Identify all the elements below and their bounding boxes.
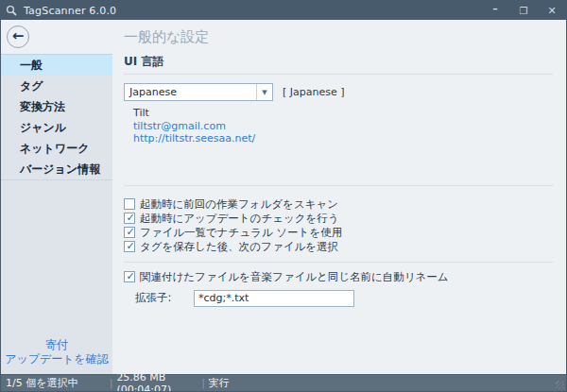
window-controls: – ❐ ✕ (481, 1, 566, 20)
checkbox-box: ✓ (124, 241, 135, 252)
translator-name: Tilt (133, 107, 553, 120)
check-icon: ✓ (125, 240, 136, 253)
checkbox-box: ✓ (124, 271, 135, 282)
startup-options-group: ✓ 起動時に前回の作業フォルダをスキャン ✓ 起動時にアップデートのチェックを行… (124, 197, 553, 254)
donate-link[interactable]: 寄付 (1, 338, 112, 352)
titlebar: TagScanner 6.0.0 – ❐ ✕ (1, 1, 566, 20)
window-body: ← 一般 タグ 変換方法 ジャンル ネットワーク (1, 20, 566, 374)
translator-url-link[interactable]: http://tiltstr.seesaa.net/ (133, 132, 255, 145)
checkbox-label: 関連付けたファイルを音楽ファイルと同じ名前に自動リネーム (140, 270, 449, 284)
checkbox-select-next-after-save[interactable]: ✓ タグを保存した後、次のファイルを選択 (124, 240, 553, 254)
translator-credits: Tilt tiltstr@gmail.com http://tiltstr.se… (133, 107, 553, 145)
minimize-icon: – (492, 3, 498, 15)
settings-sidebar: ← 一般 タグ 変換方法 ジャンル ネットワーク (1, 20, 112, 374)
extension-label: 拡張子: (135, 291, 194, 305)
check-icon: ✓ (125, 212, 136, 225)
checkbox-box: ✓ (124, 198, 135, 210)
checkbox-natural-sort[interactable]: ✓ ファイル一覧でナチュラル ソートを使用 (124, 226, 553, 240)
sidebar-footer: 寄付 アップデートを確認 (1, 338, 112, 374)
sidebar-item-label: 一般 (20, 58, 43, 74)
general-settings-panel: 一般的な設定 UI 言語 Japanese ▼ [ Japanese ] Til… (112, 20, 566, 374)
sidebar-item-general[interactable]: 一般 (1, 55, 112, 76)
chevron-down-icon: ▼ (256, 84, 272, 100)
sidebar-item-label: バージョン情報 (20, 162, 100, 178)
close-icon: ✕ (547, 5, 556, 17)
ui-language-row: Japanese ▼ [ Japanese ] (124, 83, 553, 101)
sidebar-item-label: ジャンル (20, 120, 66, 136)
back-button-area: ← (1, 20, 112, 54)
checkbox-scan-last-folder[interactable]: ✓ 起動時に前回の作業フォルダをスキャン (124, 197, 553, 212)
ui-language-native-label: [ Japanese ] (283, 86, 345, 98)
extension-input[interactable] (194, 290, 354, 307)
status-size-duration: 25.86 MB (00:04:07) (116, 371, 198, 392)
status-divider: | (201, 378, 204, 388)
checkbox-label: ファイル一覧でナチュラル ソートを使用 (140, 226, 342, 240)
back-arrow-icon: ← (12, 27, 25, 44)
statusbar: 1/5 個を選択中 | 25.86 MB (00:04:07) | 実行 (1, 374, 566, 391)
minimize-button[interactable]: – (481, 1, 509, 20)
status-divider: | (110, 378, 112, 388)
ui-language-value: Japanese (125, 86, 256, 98)
sidebar-item-about[interactable]: バージョン情報 (1, 159, 112, 179)
page-title: 一般的な設定 (124, 28, 553, 46)
checkbox-check-updates-on-start[interactable]: ✓ 起動時にアップデートのチェックを行う (124, 212, 553, 226)
check-icon: ✓ (125, 226, 136, 239)
ui-language-dropdown[interactable]: Japanese ▼ (124, 83, 273, 101)
sidebar-item-label: ネットワーク (20, 141, 89, 157)
maximize-button[interactable]: ❐ (509, 1, 538, 20)
sidebar-item-tags[interactable]: タグ (1, 76, 112, 96)
checkbox-box: ✓ (124, 213, 135, 224)
checkbox-label: 起動時に前回の作業フォルダをスキャン (140, 197, 338, 212)
sidebar-item-label: タグ (20, 78, 43, 94)
sidebar-item-conversion[interactable]: 変換方法 (1, 96, 112, 117)
back-button[interactable]: ← (7, 26, 29, 48)
status-selection-count: 1/5 個を選択中 (6, 376, 106, 390)
status-action: 実行 (209, 376, 230, 390)
sidebar-item-label: 変換方法 (20, 99, 65, 115)
sidebar-item-network[interactable]: ネットワーク (1, 138, 112, 159)
app-window: TagScanner 6.0.0 – ❐ ✕ ← 一般 タグ (0, 0, 567, 392)
extension-row: 拡張子: (135, 290, 553, 307)
check-updates-link[interactable]: アップデートを確認 (1, 352, 112, 366)
separator (124, 185, 553, 186)
resize-grip[interactable] (556, 381, 564, 389)
close-button[interactable]: ✕ (538, 1, 566, 20)
check-icon: ✓ (125, 270, 136, 283)
checkbox-label: タグを保存した後、次のファイルを選択 (140, 240, 338, 254)
settings-nav: 一般 タグ 変換方法 ジャンル ネットワーク バージョン情報 (1, 54, 112, 180)
checkbox-box: ✓ (124, 227, 135, 238)
window-title: TagScanner 6.0.0 (24, 5, 116, 17)
translator-email-link[interactable]: tiltstr@gmail.com (133, 120, 226, 133)
checkbox-auto-rename-linked-files[interactable]: ✓ 関連付けたファイルを音楽ファイルと同じ名前に自動リネーム (124, 270, 553, 284)
app-logo-magnifier-icon (6, 5, 17, 16)
separator (124, 262, 553, 263)
checkbox-label: 起動時にアップデートのチェックを行う (140, 212, 339, 226)
ui-language-section-label: UI 言語 (124, 54, 553, 75)
sidebar-item-genres[interactable]: ジャンル (1, 117, 112, 138)
maximize-icon: ❐ (520, 6, 528, 16)
